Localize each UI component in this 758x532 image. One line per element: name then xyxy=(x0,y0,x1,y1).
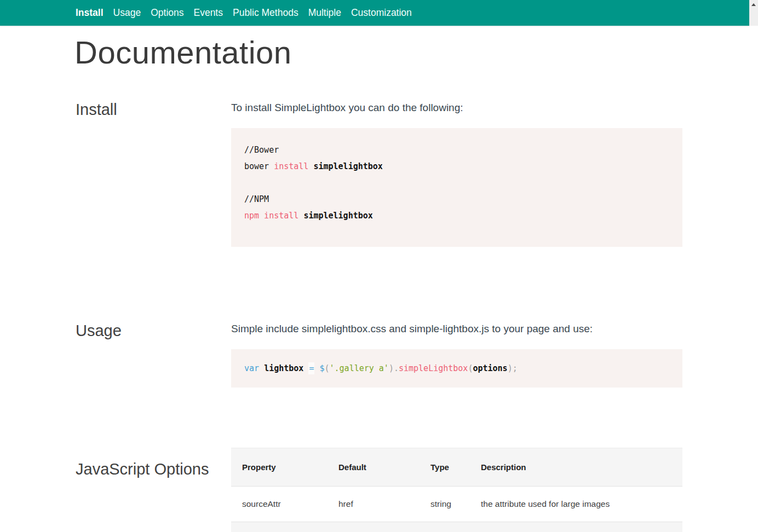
code-token: simplelightbox xyxy=(313,161,382,171)
page-title: Documentation xyxy=(74,34,292,71)
usage-intro-text: Simple include simplelightbox.css and si… xyxy=(231,323,682,335)
table-cell: sourceAttr xyxy=(231,487,328,522)
code-block-usage: var lightbox = $('.gallery a').simpleLig… xyxy=(231,349,682,388)
code-token: options xyxy=(473,363,507,373)
table-row-partial xyxy=(231,522,682,532)
table-header-row: PropertyDefaultTypeDescription xyxy=(231,448,682,487)
nav-item-public-methods[interactable]: Public Methods xyxy=(228,7,303,19)
top-navbar: InstallUsageOptionsEventsPublic MethodsM… xyxy=(0,0,749,26)
section-heading-javascript-options: JavaScript Options xyxy=(76,460,209,478)
code-token: $ xyxy=(319,363,324,373)
code-token: ) xyxy=(508,363,513,373)
code-line: //NPM xyxy=(244,191,669,207)
nav-item-events[interactable]: Events xyxy=(188,7,228,19)
scrollbar-track[interactable] xyxy=(749,0,758,26)
section-heading-install: Install xyxy=(76,101,117,119)
code-line: //Bower xyxy=(244,142,669,158)
table-cell xyxy=(470,522,682,532)
code-token: //Bower xyxy=(244,145,279,155)
code-block-install: //Bowerbower install simplelightbox//NPM… xyxy=(231,128,682,247)
code-token: //NPM xyxy=(244,194,269,204)
nav-list: InstallUsageOptionsEventsPublic MethodsM… xyxy=(0,0,749,26)
code-token: = xyxy=(308,362,314,374)
code-line: var lightbox = $('.gallery a').simpleLig… xyxy=(244,360,669,377)
code-token: bower xyxy=(244,161,274,171)
table-header-default: Default xyxy=(328,448,420,487)
code-token: npm install xyxy=(244,211,298,221)
table-cell xyxy=(420,522,470,532)
nav-item-options[interactable]: Options xyxy=(146,7,188,19)
code-token: lightbox xyxy=(264,363,303,373)
code-token: ; xyxy=(513,363,518,373)
code-token: install xyxy=(274,161,308,171)
nav-item-multiple[interactable]: Multiple xyxy=(303,7,346,19)
scroll-up-icon[interactable] xyxy=(751,3,756,6)
options-table: PropertyDefaultTypeDescription sourceAtt… xyxy=(231,448,682,532)
code-token: . xyxy=(394,363,399,373)
install-intro-text: To install SimpleLightbox you can do the… xyxy=(231,102,682,114)
code-token xyxy=(259,363,264,373)
code-token: ) xyxy=(389,363,394,373)
table-row: sourceAttrhrefstringthe attribute used f… xyxy=(231,487,682,522)
table-cell: href xyxy=(328,487,420,522)
code-line: npm install simplelightbox xyxy=(244,207,669,224)
code-token: simpleLightbox xyxy=(399,363,468,373)
table-header-property: Property xyxy=(231,448,328,487)
code-token: ( xyxy=(325,363,330,373)
table-cell: the attribute used for large images xyxy=(470,487,682,522)
nav-item-usage[interactable]: Usage xyxy=(108,7,146,19)
table-cell xyxy=(328,522,420,532)
code-token: var xyxy=(244,363,259,373)
table-header-description: Description xyxy=(470,448,682,487)
code-token: simplelightbox xyxy=(303,211,372,221)
code-line xyxy=(244,175,669,191)
code-line: bower install simplelightbox xyxy=(244,158,669,175)
nav-item-install[interactable]: Install xyxy=(71,7,108,19)
table-cell xyxy=(231,522,328,532)
table-cell: string xyxy=(420,487,470,522)
table-header-type: Type xyxy=(420,448,470,487)
section-heading-usage: Usage xyxy=(76,322,122,340)
code-token: '.gallery a' xyxy=(330,363,389,373)
nav-item-customization[interactable]: Customization xyxy=(346,7,417,19)
